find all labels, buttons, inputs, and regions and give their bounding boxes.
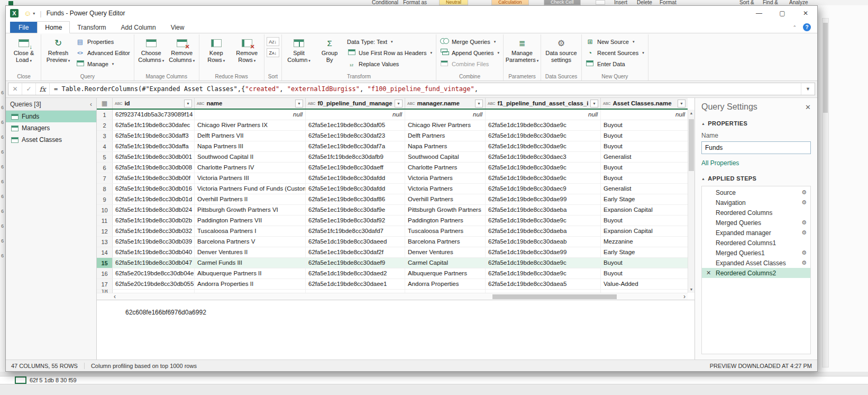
formula-cancel-icon[interactable]: ✕ bbox=[8, 83, 22, 95]
formula-accept-icon[interactable]: ✓ bbox=[22, 83, 36, 95]
table-cell[interactable]: Pittsburgh Growth Partners bbox=[405, 205, 486, 215]
table-cell[interactable]: Napa Partners bbox=[405, 141, 486, 151]
applied-step-source[interactable]: Source⚙ bbox=[702, 187, 810, 198]
column-header-asset-classes-name[interactable]: ABCAsset Classes.name▼ bbox=[601, 98, 688, 109]
table-cell[interactable]: 62fa5e1fc19bde8cc30db024 bbox=[113, 205, 195, 215]
data-source-settings-button[interactable]: ⚙ Data source settings bbox=[543, 35, 579, 73]
smiley-dropdown-icon[interactable]: ▾ bbox=[33, 11, 35, 16]
table-cell[interactable]: Mezzanine bbox=[601, 237, 688, 247]
table-cell[interactable]: 62fa5e1fc19bde8cc30daff3 bbox=[113, 131, 195, 141]
choose-columns-button[interactable]: Choose Columns▾ bbox=[136, 35, 166, 73]
table-cell[interactable]: 62fa5e1fc19bde8cc30db040 bbox=[113, 247, 195, 257]
row-number[interactable]: 12 bbox=[97, 226, 113, 236]
table-cell[interactable]: Victoria Partners bbox=[405, 184, 486, 194]
table-cell[interactable]: 62fa5e1ec19bde8cc30daf7a bbox=[306, 141, 405, 151]
column-header-id[interactable]: ABCid▼ bbox=[113, 98, 195, 109]
grid-horizontal-scrollbar[interactable]: ‹ › bbox=[97, 293, 688, 300]
row-number[interactable]: 14 bbox=[97, 247, 113, 257]
table-cell[interactable]: 62fa5e1fc19bde8cc30dafec bbox=[113, 120, 195, 130]
table-cell[interactable]: 62fa5e1fc19bde8cc30db016 bbox=[113, 184, 195, 194]
table-cell[interactable]: Value-Added bbox=[601, 279, 688, 289]
excel-scrollbar-thumb[interactable] bbox=[823, 23, 828, 113]
table-cell[interactable]: Pittsburgh Growth Partners VI bbox=[195, 205, 306, 215]
row-number[interactable]: 4 bbox=[97, 141, 113, 151]
table-cell[interactable]: 62fa5e1ec19bde8cc30dafdd bbox=[306, 173, 405, 183]
table-cell[interactable]: 62fa5e1dc19bde8cc30daea5 bbox=[486, 279, 601, 289]
table-cell[interactable]: 62fa5e1fc19bde8cc30dafb9 bbox=[306, 152, 405, 162]
table-cell[interactable]: null bbox=[306, 110, 405, 120]
remove-rows-button[interactable]: Remove Rows▾ bbox=[232, 35, 262, 73]
row-number[interactable]: 5 bbox=[97, 152, 113, 162]
table-cell[interactable]: null bbox=[405, 110, 486, 120]
filter-icon[interactable]: ▼ bbox=[184, 100, 192, 107]
step-settings-icon[interactable]: ⚙ bbox=[801, 199, 807, 206]
table-cell[interactable]: 62fa5e1fc19bde8cc30db008 bbox=[113, 163, 195, 173]
table-cell[interactable]: 62fa5e1ec19bde8cc30daf92 bbox=[306, 216, 405, 226]
table-cell[interactable]: Barcelona Partners bbox=[405, 237, 486, 247]
table-cell[interactable]: null bbox=[486, 110, 601, 120]
remove-columns-button[interactable]: Remove Columns▾ bbox=[167, 35, 197, 73]
manage-parameters-button[interactable]: ≣ Manage Parameters▾ bbox=[506, 35, 538, 73]
row-number[interactable]: 16 bbox=[97, 268, 113, 279]
manage-button[interactable]: Manage ▾ bbox=[74, 59, 132, 68]
applied-step-expanded-manager[interactable]: Expanded manager⚙ bbox=[702, 228, 810, 238]
scroll-down-icon[interactable]: ▼ bbox=[688, 286, 695, 293]
grid-corner-icon[interactable]: ▦ bbox=[97, 98, 113, 109]
filter-icon[interactable]: ▼ bbox=[678, 100, 686, 107]
formula-input[interactable]: = Table.ReorderColumns(#"Expanded Asset … bbox=[50, 83, 801, 95]
close-button[interactable]: ✕ bbox=[794, 6, 817, 21]
table-cell[interactable]: 62fa5e1fc19bde8cc30db00f bbox=[113, 173, 195, 183]
table-cell[interactable]: 62fa5e1dc19bde8cc30dae9c bbox=[486, 268, 601, 279]
table-cell[interactable]: 62fa5e1ec19bde8cc30daf86 bbox=[306, 194, 405, 204]
table-cell[interactable]: Early Stage bbox=[601, 194, 688, 204]
table-cell[interactable]: Barcelona Partners V bbox=[195, 237, 306, 247]
row-number[interactable]: 13 bbox=[97, 237, 113, 247]
query-name-input[interactable] bbox=[701, 141, 811, 154]
filter-icon[interactable]: ▼ bbox=[475, 100, 483, 107]
table-cell[interactable]: Albuquerque Partners II bbox=[195, 268, 306, 279]
applied-step-reordered-columns2[interactable]: ✕Reordered Columns2 bbox=[702, 268, 810, 278]
table-cell[interactable]: null bbox=[601, 110, 688, 120]
sort-ascending-button[interactable]: AZ↓ bbox=[267, 37, 279, 46]
filter-icon[interactable]: ▼ bbox=[295, 100, 303, 107]
applied-step-expanded-asset-classes[interactable]: Expanded Asset Classes⚙ bbox=[702, 258, 810, 268]
table-cell[interactable]: Victoria Partners Fund of Funds (Custom) bbox=[195, 184, 306, 194]
maximize-button[interactable]: ▢ bbox=[771, 6, 794, 21]
row-number[interactable]: 7 bbox=[97, 173, 113, 183]
table-cell[interactable]: 62fa5e1dc19bde8cc30daed2 bbox=[306, 268, 405, 279]
table-cell[interactable]: Buyout bbox=[601, 216, 688, 226]
collapse-ribbon-icon[interactable]: ⌃ bbox=[792, 25, 797, 30]
table-cell[interactable]: 62fa5e1dc19bde8cc30daeab bbox=[486, 237, 601, 247]
vertical-scroll-thumb[interactable] bbox=[689, 119, 694, 171]
table-cell[interactable]: 62fa5e1ec19bde8cc30daf05 bbox=[306, 120, 405, 130]
table-cell[interactable]: 62fa5e1dc19bde8cc30dae99 bbox=[486, 247, 601, 257]
table-cell[interactable]: Early Stage bbox=[601, 247, 688, 257]
table-cell[interactable]: Denver Ventures bbox=[405, 247, 486, 257]
table-cell[interactable]: Southwood Capital bbox=[405, 152, 486, 162]
table-cell[interactable]: Southwood Capital II bbox=[195, 152, 306, 162]
applied-step-reordered-columns1[interactable]: Reordered Columns1 bbox=[702, 238, 810, 248]
advanced-editor-button[interactable]: <> Advanced Editor bbox=[74, 48, 132, 57]
enter-data-button[interactable]: Enter Data bbox=[584, 59, 646, 68]
profiling-status[interactable]: Column profiling based on top 1000 rows bbox=[91, 363, 197, 369]
table-cell[interactable]: 62fa5e1fc19bde8cc30db02b bbox=[113, 216, 195, 226]
query-item-asset-classes[interactable]: Asset Classes bbox=[6, 134, 96, 146]
all-properties-link[interactable]: All Properties bbox=[701, 159, 811, 167]
table-cell[interactable]: 62fa5e1dc19bde8cc30dae9c bbox=[486, 163, 601, 173]
table-cell[interactable]: 62fa5e1dc19bde8cc30dae9c bbox=[486, 141, 601, 151]
table-cell[interactable]: Andorra Properties bbox=[405, 279, 486, 289]
table-cell[interactable]: Tuscaloosa Partners I bbox=[195, 226, 306, 236]
tab-add-column[interactable]: Add Column bbox=[114, 22, 163, 33]
table-cell[interactable]: Denver Ventures II bbox=[195, 247, 306, 257]
scroll-left-icon[interactable]: ‹ bbox=[114, 293, 116, 300]
help-icon[interactable]: ? bbox=[803, 23, 811, 31]
scroll-up-icon[interactable]: ▲ bbox=[688, 110, 695, 116]
table-cell[interactable]: 62fa5e20c19bde8cc30db055 bbox=[113, 279, 195, 289]
table-cell[interactable]: 62fa5e1dc19bde8cc30dae9c bbox=[486, 216, 601, 226]
collapse-pane-icon[interactable]: ‹ bbox=[90, 101, 92, 108]
column-header-f0-pipeline-fund-manager-id[interactable]: ABCf0_pipeline_fund_manager_id▼ bbox=[306, 98, 405, 109]
row-number[interactable]: 8 bbox=[97, 184, 113, 194]
split-column-button[interactable]: Split Column▾ bbox=[284, 35, 314, 73]
row-number[interactable]: 1 bbox=[97, 110, 113, 120]
table-cell[interactable]: 62f923741db5a3c739089f14 bbox=[113, 110, 195, 120]
